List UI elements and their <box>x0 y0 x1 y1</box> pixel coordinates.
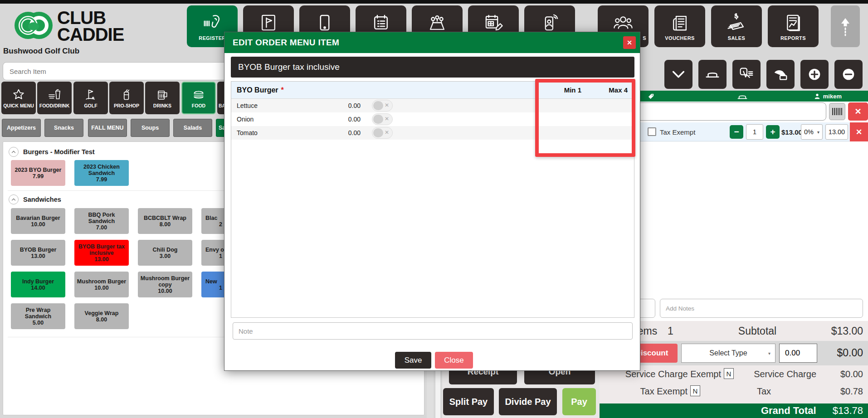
quantity-minus-button[interactable]: − <box>730 125 743 139</box>
collapse-section-button[interactable] <box>9 147 19 157</box>
flag-badge: N <box>724 368 734 379</box>
modifier-toggle[interactable]: ✕ <box>372 100 393 112</box>
item-price: 7.99 <box>96 176 107 183</box>
tax-exempt-flag[interactable]: N <box>690 385 700 396</box>
category-drinks[interactable]: DRINKS <box>145 82 180 114</box>
item-price: 7.99 <box>33 173 44 180</box>
menu-item-tile[interactable]: Pre Wrap Sandwich 5.00 <box>11 303 65 329</box>
logged-in-user[interactable]: mikem <box>814 93 842 100</box>
menu-item-tile[interactable]: 2023 BYO Burger 7.99 <box>11 160 65 186</box>
barcode-button[interactable] <box>829 103 845 120</box>
subtab-salads[interactable]: Salads <box>173 119 212 137</box>
category-food-drink[interactable]: FOOD/DRINK <box>37 82 72 114</box>
sales-icon <box>726 12 747 33</box>
touch-order-button[interactable] <box>732 60 761 89</box>
modal-save-button[interactable]: Save <box>395 352 431 369</box>
tag-icon <box>648 93 654 100</box>
menu-item-tile[interactable]: Veggie Wrap 8.00 <box>74 303 129 329</box>
line-amount-input[interactable] <box>825 124 848 140</box>
item-price: 7.00 <box>96 224 107 231</box>
quantity-input[interactable] <box>746 124 763 140</box>
toolbar-sales-button[interactable]: SALES <box>711 5 762 47</box>
close-icon: ✕ <box>856 127 862 137</box>
menu-item-tile[interactable]: Mushroom Burger copy 10.00 <box>138 272 192 297</box>
modal-close-button[interactable]: ✕ <box>623 36 636 49</box>
category-quick-menu[interactable]: QUICK MENU <box>1 82 36 114</box>
table-select-button[interactable] <box>698 60 727 89</box>
collapse-section-button[interactable] <box>9 194 19 204</box>
subtab-soups[interactable]: Soups <box>131 119 170 137</box>
modifier-toggle[interactable]: ✕ <box>372 113 393 125</box>
subtab-snacks[interactable]: Snacks <box>44 119 83 137</box>
category-food[interactable]: FOOD <box>181 82 216 114</box>
modifier-price: 0.00 <box>333 116 361 123</box>
menu-item-tile[interactable]: BBQ Pork Sandwich 7.00 <box>74 208 129 234</box>
menu-item-tile[interactable]: Mushroom Burger 10.00 <box>74 272 129 297</box>
calendar-edit-icon <box>483 12 504 33</box>
item-price: 13.00 <box>31 253 45 259</box>
grand-total-value: $13.78 <box>833 405 863 417</box>
up-arrow-icon <box>838 16 853 36</box>
pay-button[interactable]: Pay <box>562 388 596 415</box>
category-pro-shop[interactable]: PRO-SHOP <box>109 82 144 114</box>
toolbar-button-label: REPORTS <box>768 35 819 41</box>
touch-order-icon <box>738 66 755 83</box>
toolbar-reports-button[interactable]: REPORTS <box>768 5 819 47</box>
quantity-plus-button[interactable]: + <box>766 125 780 139</box>
tax-exempt-checkbox[interactable] <box>648 127 656 136</box>
expand-order-button[interactable] <box>664 60 692 89</box>
flag-badge: N <box>690 385 700 396</box>
item-price: 3.00 <box>160 253 171 259</box>
section-title: Sandwiches <box>23 196 61 203</box>
item-name: BYOB Burger <box>20 247 57 253</box>
plus-icon: + <box>770 127 775 137</box>
menu-item-tile[interactable]: Indy Burger 14.00 <box>11 272 65 297</box>
card-swipe-button[interactable] <box>766 60 795 89</box>
toolbar-vouchers-button[interactable]: VOUCHERS <box>654 5 705 47</box>
menu-item-tile[interactable]: BYOB Burger 13.00 <box>11 240 65 266</box>
menu-item-tile[interactable]: 2023 Chicken Sandwich 7.99 <box>74 160 129 186</box>
subtab-fall-menu[interactable]: FALL MENU <box>88 119 127 137</box>
menu-item-tile[interactable]: Bavarian Burger 10.00 <box>11 208 65 234</box>
modal-note-input[interactable] <box>233 322 633 340</box>
chevron-up-icon <box>11 149 16 155</box>
item-name: BBQ Pork Sandwich <box>77 212 127 224</box>
menu-item-tile[interactable]: BYOB Burger tax inclusive 13.00 <box>74 240 129 266</box>
card-swipe-icon <box>772 66 789 83</box>
add-notes-input[interactable] <box>660 299 863 318</box>
discount-type-select[interactable]: Select Type ▾ <box>681 344 775 363</box>
club-name: Bushwood Golf Club <box>3 47 79 56</box>
brand-word-club: CLUB <box>57 10 124 26</box>
item-price: 13.00 <box>94 256 108 262</box>
divide-pay-button[interactable]: Divide Pay <box>499 388 557 415</box>
tee-sheet-icon <box>371 12 391 33</box>
menu-item-tile[interactable]: BCBCBLT Wrap 8.00 <box>138 208 192 234</box>
collapse-toolbar-button[interactable] <box>831 5 860 47</box>
subtab-appetizers[interactable]: Appetizers <box>2 119 41 137</box>
category-golf[interactable]: GOLF <box>73 82 108 114</box>
item-price: 5.00 <box>33 320 44 326</box>
split-pay-button[interactable]: Split Pay <box>443 388 494 415</box>
line-discount-select[interactable]: 0% ▾ <box>801 124 823 140</box>
minus-icon <box>840 66 857 83</box>
chevron-up-icon <box>11 197 16 202</box>
add-item-button[interactable] <box>800 60 829 89</box>
clear-entry-button[interactable]: ✕ <box>848 102 868 121</box>
vouchers-icon <box>669 12 690 33</box>
toggle-knob <box>373 115 383 124</box>
category-label: DRINKS <box>153 103 171 108</box>
remove-line-button[interactable]: ✕ <box>850 122 868 141</box>
remove-item-button[interactable] <box>834 60 863 89</box>
min-max-highlight-box <box>535 79 635 157</box>
toggle-off-icon: ✕ <box>385 102 389 108</box>
golf-flag-icon <box>84 88 98 102</box>
item-name: Mushroom Burger <box>77 278 126 285</box>
service-charge-label: Service Charge <box>735 369 816 379</box>
modal-close-action-button[interactable]: Close <box>435 352 473 369</box>
modifier-toggle[interactable]: ✕ <box>372 127 393 139</box>
service-exempt-flag[interactable]: N <box>724 368 734 379</box>
item-price: 14.00 <box>31 285 45 291</box>
menu-item-tile[interactable]: Chili Dog 3.00 <box>138 240 192 266</box>
user-name: mikem <box>823 93 842 100</box>
tax-exempt-summary-label: Tax Exempt <box>603 386 688 397</box>
